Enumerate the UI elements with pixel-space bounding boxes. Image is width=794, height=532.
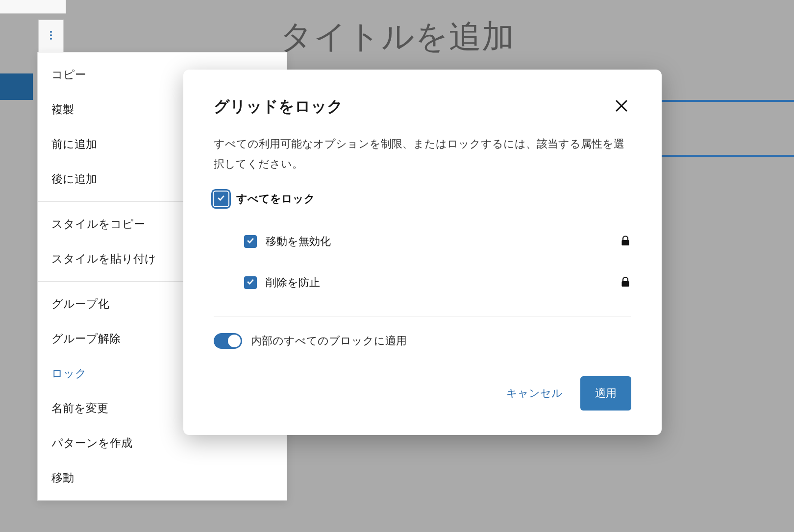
disable-movement-label: 移動を無効化: [266, 234, 611, 249]
lock-icon: [620, 275, 631, 290]
lock-modal: グリッドをロック すべての利用可能なオプションを制限、またはロックするには、該当…: [183, 70, 662, 435]
modal-footer: キャンセル 適用: [214, 376, 631, 411]
cancel-button[interactable]: キャンセル: [504, 381, 565, 406]
apply-button[interactable]: 適用: [580, 376, 631, 411]
toggle-knob: [228, 335, 241, 347]
check-icon: [246, 236, 255, 247]
lock-all-label: すべてをロック: [236, 192, 315, 206]
apply-inner-toggle[interactable]: [214, 333, 242, 349]
modal-overlay: グリッドをロック すべての利用可能なオプションを制限、またはロックするには、該当…: [0, 0, 794, 532]
close-icon: [614, 98, 629, 115]
check-icon: [216, 193, 226, 205]
modal-close-button[interactable]: [612, 97, 631, 117]
svg-rect-4: [622, 281, 629, 287]
check-icon: [246, 277, 255, 289]
modal-divider: [214, 316, 631, 316]
prevent-removal-checkbox[interactable]: [244, 276, 257, 289]
prevent-removal-label: 削除を防止: [266, 275, 611, 290]
option-prevent-removal[interactable]: 削除を防止: [244, 262, 631, 303]
lock-all-checkbox[interactable]: [214, 192, 228, 206]
option-disable-movement[interactable]: 移動を無効化: [244, 221, 631, 262]
apply-inner-label: 内部のすべてのブロックに適用: [251, 334, 407, 348]
lock-all-row[interactable]: すべてをロック: [214, 192, 631, 206]
svg-rect-3: [622, 240, 629, 245]
apply-inner-row[interactable]: 内部のすべてのブロックに適用: [214, 333, 631, 349]
modal-description: すべての利用可能なオプションを制限、またはロックするには、該当する属性を選択して…: [214, 134, 631, 174]
modal-header: グリッドをロック: [214, 96, 631, 118]
lock-icon: [620, 234, 631, 249]
modal-title: グリッドをロック: [214, 96, 343, 118]
disable-movement-checkbox[interactable]: [244, 235, 257, 248]
